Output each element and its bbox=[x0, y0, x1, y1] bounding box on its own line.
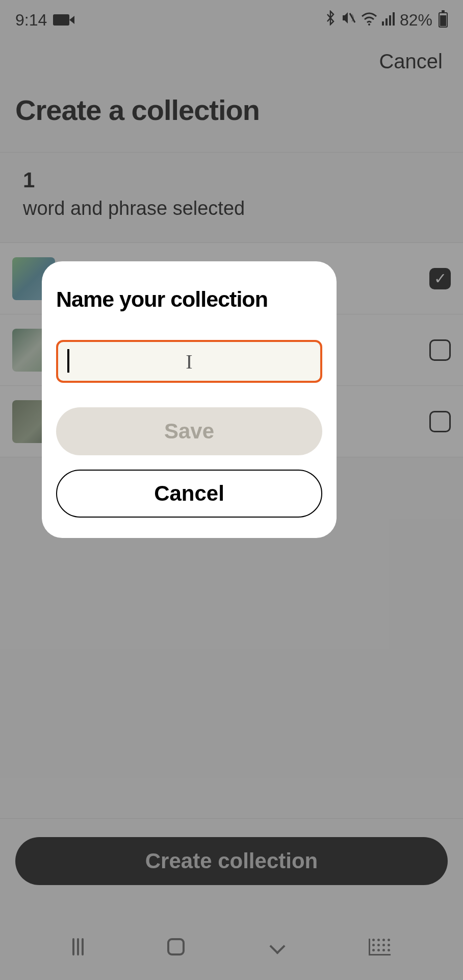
cancel-button[interactable]: Cancel bbox=[56, 470, 322, 518]
save-button[interactable]: Save bbox=[56, 407, 322, 455]
collection-name-input[interactable] bbox=[56, 340, 322, 383]
text-cursor-icon bbox=[67, 349, 69, 373]
name-collection-modal: Name your collection I Save Cancel bbox=[42, 261, 337, 538]
modal-title: Name your collection bbox=[56, 287, 322, 312]
input-wrapper: I bbox=[56, 340, 322, 383]
